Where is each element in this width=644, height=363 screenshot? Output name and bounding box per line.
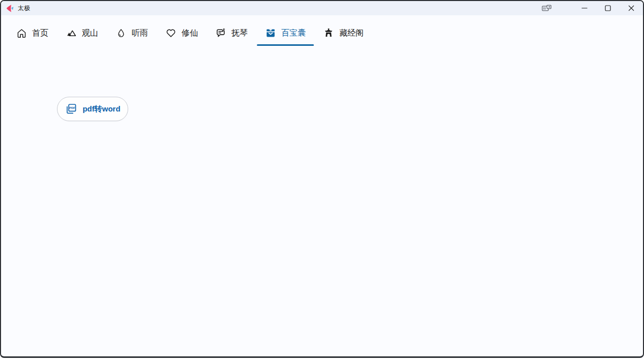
tab-home[interactable]: 首页 [7, 20, 57, 46]
page-baibaonang-content: PDF pdf转word [1, 47, 643, 356]
mountains-icon [66, 27, 77, 39]
minimize-button[interactable] [573, 1, 596, 15]
tab-cangjingge[interactable]: 藏经阁 [314, 20, 372, 46]
taiji-logo-icon [6, 4, 14, 13]
raindrop-icon [115, 27, 127, 39]
device-card-icon [541, 4, 552, 12]
tab-label: 抚琴 [231, 28, 248, 39]
window-title: 太极 [18, 4, 30, 13]
tab-tingyu[interactable]: 听雨 [107, 20, 157, 46]
tab-label: 首页 [32, 28, 48, 39]
tab-xiuxian[interactable]: 修仙 [157, 20, 207, 46]
chat-music-icon [215, 27, 226, 39]
nav-bar: 首页 观山 听雨 [1, 15, 643, 47]
home-icon [16, 27, 27, 39]
pdf-button-label: pdf转word [82, 104, 120, 114]
tab-guanshan[interactable]: 观山 [57, 20, 107, 46]
tab-fuqin[interactable]: 抚琴 [207, 20, 256, 46]
close-icon [628, 5, 634, 11]
inbox-icon [265, 27, 276, 39]
maximize-icon [605, 5, 611, 11]
tab-baibaonang[interactable]: 百宝囊 [256, 20, 314, 46]
tab-selected-indicator [257, 44, 314, 46]
svg-text:PDF: PDF [69, 106, 75, 109]
pdf-to-word-button[interactable]: PDF pdf转word [57, 97, 128, 121]
close-button[interactable] [620, 1, 643, 15]
tab-label: 修仙 [182, 28, 198, 39]
app-window: 太极 [0, 0, 644, 358]
titlebar: 太极 [1, 1, 643, 15]
pavilion-icon [323, 27, 334, 39]
minimize-icon [581, 5, 588, 11]
tab-label: 听雨 [132, 28, 148, 39]
heart-icon [165, 27, 177, 39]
pdf-document-icon: PDF [65, 102, 78, 116]
tab-label: 藏经阁 [339, 28, 364, 39]
maximize-button[interactable] [596, 1, 620, 15]
tab-label: 观山 [82, 28, 98, 39]
tab-label: 百宝囊 [281, 28, 306, 39]
